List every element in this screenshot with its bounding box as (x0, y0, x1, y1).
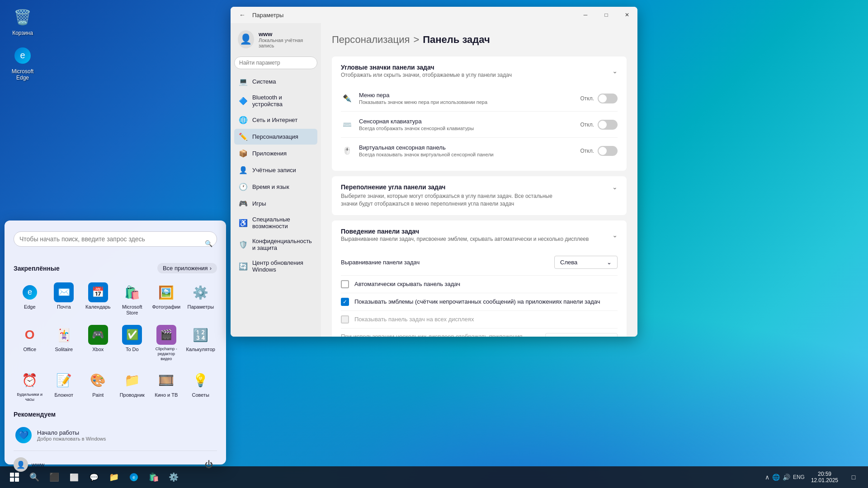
close-button[interactable]: ✕ (617, 7, 637, 23)
pinned-title: Закреплённые (14, 265, 60, 272)
apps-grid: e Edge ✉️ Почта 📅 Кален (14, 279, 217, 405)
app-item-calc[interactable]: 🔢 Калькулятор (184, 321, 217, 365)
start-search-wrap[interactable]: 🔍 (14, 231, 217, 256)
taskbar-clock[interactable]: 20:59 12.01.2025 (808, 470, 841, 484)
keyboard-icon: ⌨️ (341, 118, 354, 131)
corner-icons-header[interactable]: Угловые значки панели задач Отображать и… (332, 56, 627, 85)
app-item-xbox[interactable]: 🎮 Xbox (82, 321, 114, 365)
svg-text:e: e (20, 50, 25, 60)
app-item-explorer[interactable]: 📁 Проводник (116, 367, 149, 406)
app-item-clipchamp[interactable]: 🎬 Clipchamp - редактор видео (150, 321, 183, 365)
app-item-clock[interactable]: ⏰ Будильники и часы (14, 367, 46, 406)
minimize-button[interactable]: ─ (575, 7, 596, 23)
app-item-movies[interactable]: 🎞️ Кино и ТВ (150, 367, 183, 406)
app-item-mail[interactable]: ✉️ Почта (48, 279, 80, 319)
all-apps-button[interactable]: Все приложения › (157, 263, 217, 273)
nav-label-gaming: Игры (252, 200, 266, 207)
auto-hide-row: Автоматически скрывать панель задач (341, 276, 618, 293)
corner-icons-title: Угловые значки панели задач (341, 64, 512, 71)
chevron-right-icon: › (210, 265, 212, 272)
app-item-paint[interactable]: 🎨 Paint (82, 367, 114, 406)
app-name-store: Microsoft Store (118, 304, 147, 316)
app-icon-clock: ⏰ (20, 371, 40, 390)
sidebar-username: www (259, 31, 314, 38)
user-info[interactable]: 👤 www (14, 457, 44, 472)
app-item-notepad[interactable]: 📝 Блокнот (48, 367, 80, 406)
settings-main: Персонализация > Панель задач Угловые зн… (321, 23, 637, 337)
pen-toggle[interactable] (598, 94, 618, 103)
keyboard-sublabel: Всегда отображать значок сенсорной клави… (359, 126, 580, 131)
app-item-todo[interactable]: ✅ To Do (116, 321, 149, 365)
multi-display-row: При использовании нескольких дисплеев от… (341, 328, 618, 337)
nav-label-personalization: Персонализация (252, 133, 298, 140)
app-item-photos[interactable]: 🖼️ Фотографии (150, 279, 183, 319)
user-profile[interactable]: 👤 www Локальная учётная запись (234, 27, 317, 52)
all-displays-checkbox[interactable] (341, 315, 349, 324)
overflow-subtitle: Выберите значки, которые могут отображат… (341, 192, 567, 208)
all-displays-label: Показывать панель задач на всех дисплеях (354, 316, 618, 323)
notification-button[interactable]: □ (844, 468, 863, 486)
nav-item-network[interactable]: 🌐 Сеть и Интернет (234, 112, 317, 128)
tray-network-icon[interactable]: 🌐 (772, 474, 780, 481)
gaming-icon: 🎮 (239, 199, 248, 208)
nav-item-apps[interactable]: 📦 Приложения (234, 145, 317, 161)
app-item-tips[interactable]: 💡 Советы (184, 367, 217, 406)
nav-item-time[interactable]: 🕐 Время и язык (234, 179, 317, 195)
back-button[interactable]: ← (236, 9, 249, 21)
svg-text:e: e (132, 475, 135, 480)
desktop-icon-edge[interactable]: e Microsoft Edge (5, 43, 41, 83)
nav-item-accounts[interactable]: 👤 Учётные записи (234, 162, 317, 178)
app-icon-store: 🛍️ (122, 282, 142, 302)
pen-toggle-label: Откл. (580, 95, 594, 102)
sidebar-search-input[interactable] (234, 56, 317, 69)
behavior-section: Поведение панели задач Выравнивание пане… (332, 221, 627, 337)
rec-title-getstarted: Начало работы (37, 429, 106, 436)
nav-item-bluetooth[interactable]: 🔷 Bluetooth и устройства (234, 90, 317, 111)
start-search-input[interactable] (14, 231, 217, 247)
app-name-mail: Почта (57, 304, 71, 310)
tray-up-icon[interactable]: ∧ (765, 474, 769, 481)
nav-item-privacy[interactable]: 🛡️ Конфиденциальность и защита (234, 234, 317, 255)
rec-item-getstarted[interactable]: 💙 Начало работы Добро пожаловать в Windo… (14, 423, 217, 447)
maximize-button[interactable]: □ (596, 7, 617, 23)
dropdown-chevron-icon: ⌄ (607, 259, 612, 266)
app-icon-settings: ⚙️ (191, 282, 211, 302)
app-item-settings[interactable]: ⚙️ Параметры (184, 279, 217, 319)
nav-item-updates[interactable]: 🔄 Центр обновления Windows (234, 256, 317, 277)
app-icon-movies: 🎞️ (156, 371, 176, 390)
nav-item-personalization[interactable]: ✏️ Персонализация (234, 129, 317, 145)
app-item-office[interactable]: O Office (14, 321, 46, 365)
app-icon-edge: e (20, 282, 40, 302)
auto-hide-checkbox[interactable] (341, 280, 349, 288)
behavior-info: Поведение панели задач Выравнивание пане… (341, 228, 589, 242)
overflow-section: Переполнение угла панели задач Выберите … (332, 176, 627, 215)
personalization-icon: ✏️ (239, 132, 248, 141)
touchpad-toggle[interactable] (598, 146, 618, 156)
app-item-calendar[interactable]: 📅 Календарь (82, 279, 114, 319)
app-icon-photos: 🖼️ (156, 282, 176, 302)
badges-checkbox[interactable]: ✓ (341, 298, 349, 306)
alignment-dropdown[interactable]: Слева ⌄ (554, 256, 618, 269)
overflow-title: Переполнение угла панели задач (341, 183, 567, 191)
behavior-header[interactable]: Поведение панели задач Выравнивание пане… (332, 221, 627, 249)
tray-volume-icon[interactable]: 🔊 (783, 474, 790, 481)
desktop-icon-recycle[interactable]: 🗑️ Корзина (5, 5, 41, 38)
nav-item-gaming[interactable]: 🎮 Игры (234, 196, 317, 211)
app-item-solitaire[interactable]: 🃏 Solitaire (48, 321, 80, 365)
nav-item-accessibility[interactable]: ♿ Специальные возможности (234, 212, 317, 233)
keyboard-toggle[interactable] (598, 120, 618, 130)
nav-item-system[interactable]: 💻 Система (234, 74, 317, 89)
sys-tray: ∧ 🌐 🔊 ENG (765, 474, 805, 481)
app-item-store[interactable]: 🛍️ Microsoft Store (116, 279, 149, 319)
app-icon-tips: 💡 (191, 371, 211, 390)
app-item-edge[interactable]: e Edge (14, 279, 46, 319)
app-name-paint: Paint (92, 392, 104, 398)
window-title: Параметры (252, 12, 283, 19)
tray-lang-label: ENG (793, 474, 805, 480)
desktop: 🗑️ Корзина e Microsoft Edge 🔍 (0, 0, 868, 488)
behavior-chevron: ⌃ (612, 231, 618, 239)
app-icon-calendar: 📅 (88, 282, 108, 302)
overflow-header[interactable]: Переполнение угла панели задач Выберите … (332, 176, 627, 215)
power-button[interactable]: ⏻ (201, 456, 217, 473)
overflow-header-text: Переполнение угла панели задач Выберите … (341, 183, 567, 208)
